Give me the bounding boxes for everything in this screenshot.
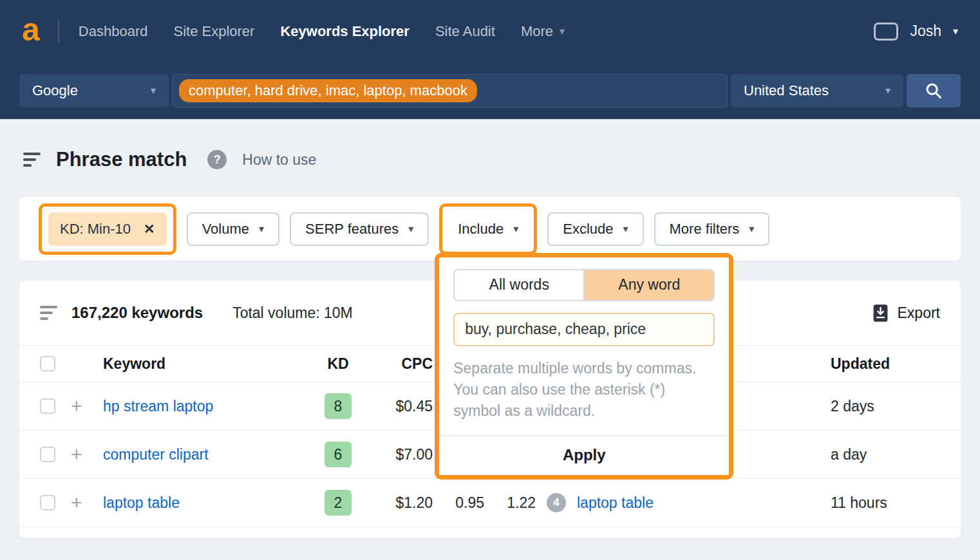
include-words-input[interactable] bbox=[453, 313, 715, 346]
serp-count-badge[interactable]: 4 bbox=[547, 493, 566, 512]
user-name: Josh bbox=[910, 23, 941, 40]
apply-button[interactable]: Apply bbox=[439, 436, 729, 475]
col-header-cpc: CPC bbox=[401, 355, 433, 373]
country-value: United States bbox=[744, 82, 829, 99]
search-button[interactable] bbox=[907, 74, 961, 107]
plus-icon[interactable]: + bbox=[71, 493, 103, 512]
chevron-down-icon: ▾ bbox=[513, 224, 518, 234]
parent-topic-link[interactable]: laptop table bbox=[577, 494, 831, 512]
export-label: Export bbox=[898, 304, 940, 322]
include-filter-button[interactable]: Include ▾ bbox=[449, 212, 527, 246]
country-select[interactable]: United States ▾ bbox=[731, 74, 903, 107]
query-highlighted-text: computer, hard drive, imac, laptop, macb… bbox=[179, 79, 477, 102]
popover-footer: Apply bbox=[439, 435, 729, 475]
kd-filter-chip[interactable]: KD: Min-10 ✕ bbox=[48, 212, 167, 246]
nav-item-keywords-explorer[interactable]: Keywords Explorer bbox=[280, 23, 410, 40]
search-engine-value: Google bbox=[32, 82, 78, 99]
nav-item-site-audit[interactable]: Site Audit bbox=[435, 23, 495, 40]
search-bar: Google ▾ computer, hard drive, imac, lap… bbox=[0, 62, 980, 119]
col-header-keyword: Keyword bbox=[103, 355, 316, 373]
export-icon bbox=[872, 304, 889, 322]
main-nav: a Dashboard Site Explorer Keywords Explo… bbox=[0, 0, 980, 62]
cps-value: 0.95 bbox=[455, 494, 484, 512]
col-header-kd: KD bbox=[327, 355, 348, 373]
updated-value: 2 days bbox=[831, 398, 940, 415]
chevron-down-icon: ▾ bbox=[953, 26, 958, 37]
table-row: + laptop table 2 $1.20 0.95 1.22 4 lapto… bbox=[19, 479, 961, 527]
keyword-link[interactable]: hp stream laptop bbox=[103, 398, 316, 415]
row-checkbox[interactable] bbox=[40, 447, 55, 462]
include-popover: All words Any word Separate multiple wor… bbox=[435, 253, 733, 480]
kd-badge: 6 bbox=[325, 442, 352, 467]
chevron-down-icon: ▾ bbox=[408, 224, 413, 234]
any-word-option[interactable]: Any word bbox=[585, 270, 713, 300]
more-filters-button[interactable]: More filters ▾ bbox=[654, 212, 770, 246]
top-header: a Dashboard Site Explorer Keywords Explo… bbox=[0, 0, 980, 119]
select-all-checkbox[interactable] bbox=[40, 356, 55, 371]
volume-value: 1.22 bbox=[507, 494, 536, 512]
keyword-link[interactable]: computer clipart bbox=[103, 446, 316, 463]
row-checkbox[interactable] bbox=[40, 398, 55, 414]
search-icon bbox=[925, 82, 943, 100]
nav-item-more[interactable]: More ▾ bbox=[521, 23, 565, 40]
reports-menu-icon[interactable] bbox=[23, 153, 41, 167]
search-engine-select[interactable]: Google ▾ bbox=[19, 74, 169, 107]
col-header-updated: Updated bbox=[831, 355, 940, 373]
plus-icon[interactable]: + bbox=[71, 445, 103, 464]
nav-item-site-explorer[interactable]: Site Explorer bbox=[173, 23, 254, 40]
plus-icon[interactable]: + bbox=[71, 397, 103, 416]
kd-filter-label: KD: Min-10 bbox=[60, 221, 131, 238]
chevron-down-icon: ▾ bbox=[151, 86, 156, 96]
cpc-value: $7.00 bbox=[395, 446, 433, 463]
export-button[interactable]: Export bbox=[872, 304, 940, 322]
word-match-toggle: All words Any word bbox=[453, 269, 715, 301]
keyword-link[interactable]: laptop table bbox=[103, 494, 316, 512]
kd-filter-annotation: KD: Min-10 ✕ bbox=[39, 203, 176, 255]
kd-badge: 2 bbox=[325, 490, 352, 516]
how-to-use-link[interactable]: How to use bbox=[242, 151, 316, 169]
keywords-count: 167,220 keywords bbox=[71, 304, 203, 322]
nav-item-dashboard[interactable]: Dashboard bbox=[79, 23, 148, 40]
keywords-query-input[interactable]: computer, hard drive, imac, laptop, macb… bbox=[172, 74, 728, 107]
page-title: Phrase match bbox=[56, 148, 187, 171]
kd-badge: 8 bbox=[325, 393, 352, 419]
filters-bar: KD: Min-10 ✕ Volume ▾ SERP features ▾ In… bbox=[19, 197, 961, 261]
ahrefs-logo[interactable]: a bbox=[22, 14, 40, 46]
close-icon[interactable]: ✕ bbox=[144, 221, 155, 237]
report-header: Phrase match ? How to use bbox=[23, 148, 316, 171]
chevron-down-icon: ▾ bbox=[560, 26, 565, 37]
include-help-text: Separate multiple words by commas. You c… bbox=[453, 358, 715, 422]
updated-value: a day bbox=[831, 446, 940, 463]
total-volume: Total volume: 10M bbox=[232, 304, 353, 322]
serp-features-filter-button[interactable]: SERP features ▾ bbox=[290, 212, 429, 246]
help-icon[interactable]: ? bbox=[207, 150, 227, 169]
exclude-filter-button[interactable]: Exclude ▾ bbox=[547, 212, 643, 246]
nav-divider bbox=[58, 20, 59, 43]
chevron-down-icon: ▾ bbox=[259, 224, 264, 234]
volume-filter-button[interactable]: Volume ▾ bbox=[187, 212, 279, 246]
chevron-down-icon: ▾ bbox=[749, 224, 754, 234]
device-icon bbox=[874, 23, 898, 41]
cpc-value: $0.45 bbox=[395, 398, 433, 415]
chevron-down-icon: ▾ bbox=[885, 86, 890, 96]
list-menu-icon[interactable] bbox=[40, 306, 57, 320]
updated-value: 11 hours bbox=[831, 494, 940, 512]
include-filter-annotation: Include ▾ All words Any word Separate mu… bbox=[439, 203, 537, 255]
cpc-value: $1.20 bbox=[395, 494, 433, 512]
chevron-down-icon: ▾ bbox=[623, 224, 628, 234]
all-words-option[interactable]: All words bbox=[455, 270, 585, 300]
user-menu[interactable]: Josh ▾ bbox=[874, 23, 958, 41]
row-checkbox[interactable] bbox=[40, 495, 55, 510]
